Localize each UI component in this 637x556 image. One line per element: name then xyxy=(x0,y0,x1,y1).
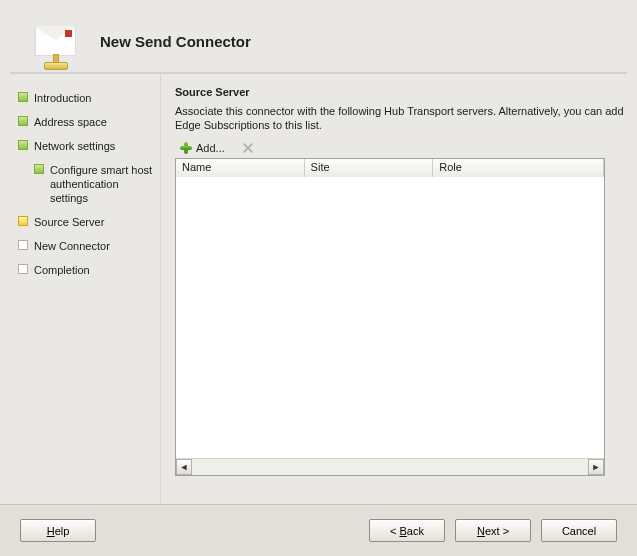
nav-item-label: Source Server xyxy=(34,215,104,229)
mail-connector-icon xyxy=(34,26,76,56)
nav-item-label: Network settings xyxy=(34,139,115,153)
plus-icon xyxy=(179,141,193,155)
list-toolbar: Add... xyxy=(175,140,627,156)
wizard-body: Introduction Address space Network setti… xyxy=(10,74,627,504)
nav-item-label: Configure smart host authentication sett… xyxy=(50,163,156,205)
nav-item-label: Introduction xyxy=(34,91,91,105)
nav-item-introduction[interactable]: Introduction xyxy=(18,88,156,108)
content-heading: Source Server xyxy=(175,86,627,98)
nav-item-label: Address space xyxy=(34,115,107,129)
back-button[interactable]: < Back xyxy=(369,519,445,542)
cancel-button[interactable]: Cancel xyxy=(541,519,617,542)
content-description: Associate this connector with the follow… xyxy=(175,104,627,132)
check-icon xyxy=(18,140,28,150)
nav-item-network-settings[interactable]: Network settings xyxy=(18,136,156,156)
list-header: Name Site Role xyxy=(176,159,604,178)
remove-button xyxy=(237,140,259,156)
nav-item-smart-host-auth[interactable]: Configure smart host authentication sett… xyxy=(18,160,156,208)
nav-item-label: New Connector xyxy=(34,239,110,253)
check-icon xyxy=(34,164,44,174)
scroll-right-button[interactable]: ► xyxy=(588,459,604,475)
column-header-site[interactable]: Site xyxy=(305,159,434,177)
pending-step-icon xyxy=(18,240,28,250)
pending-step-icon xyxy=(18,264,28,274)
nav-item-source-server[interactable]: Source Server xyxy=(18,212,156,232)
nav-button-group: < Back Next > Cancel xyxy=(369,519,617,542)
back-button-rest: ack xyxy=(407,525,424,537)
x-icon xyxy=(241,141,255,155)
add-button-label: Add... xyxy=(196,142,225,154)
wizard-content: Source Server Associate this connector w… xyxy=(160,74,627,504)
next-button[interactable]: Next > xyxy=(455,519,531,542)
help-button-rest: elp xyxy=(55,525,70,537)
column-header-name[interactable]: Name xyxy=(176,159,305,177)
check-icon xyxy=(18,116,28,126)
wizard-footer: Help < Back Next > Cancel xyxy=(0,504,637,556)
wizard-nav: Introduction Address space Network setti… xyxy=(10,74,160,504)
list-body xyxy=(176,177,604,459)
horizontal-scrollbar[interactable]: ◄ ► xyxy=(176,458,604,475)
nav-item-new-connector[interactable]: New Connector xyxy=(18,236,156,256)
column-header-role[interactable]: Role xyxy=(433,159,604,177)
wizard-window: New Send Connector Introduction Address … xyxy=(0,0,637,556)
nav-item-address-space[interactable]: Address space xyxy=(18,112,156,132)
next-button-rest: ext xyxy=(485,525,500,537)
check-icon xyxy=(18,92,28,102)
server-list[interactable]: Name Site Role ◄ ► xyxy=(175,158,605,476)
current-step-icon xyxy=(18,216,28,226)
help-button[interactable]: Help xyxy=(20,519,96,542)
wizard-header: New Send Connector xyxy=(10,10,627,74)
wizard-title: New Send Connector xyxy=(100,33,251,50)
add-button[interactable]: Add... xyxy=(175,140,229,156)
nav-item-completion[interactable]: Completion xyxy=(18,260,156,280)
nav-item-label: Completion xyxy=(34,263,90,277)
scroll-left-button[interactable]: ◄ xyxy=(176,459,192,475)
